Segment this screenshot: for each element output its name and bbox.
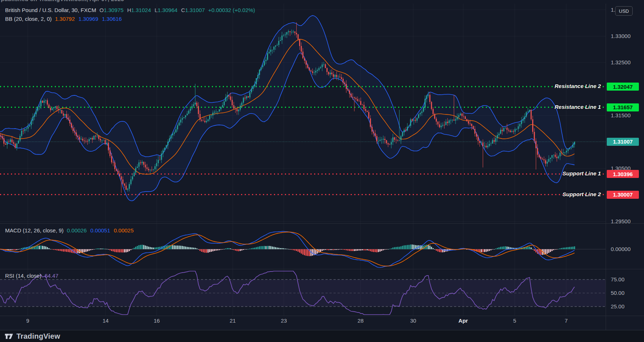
time-label-5: 5 bbox=[513, 318, 516, 324]
legend-value-key: H bbox=[127, 7, 131, 13]
price-axis-label: 25.00 bbox=[606, 303, 644, 309]
time-label-30: 30 bbox=[410, 318, 416, 324]
time-label-28: 28 bbox=[358, 318, 364, 324]
legend-value: C1.31007 bbox=[181, 7, 205, 13]
bb-legend-row: BB (20, close, 2, 0) 1.307921.309691.306… bbox=[5, 16, 122, 22]
level-label-resistance-line-1: Resistance Line 1 bbox=[555, 104, 601, 110]
legend-value-key: C bbox=[181, 7, 185, 13]
legend-value-num: 1.31007 bbox=[185, 7, 205, 13]
resistance-price-badge: 1.31657 bbox=[607, 103, 639, 111]
price-axis-label: 1.31500 bbox=[606, 112, 644, 118]
legend-value-key: L bbox=[155, 7, 157, 13]
legend-value: L1.30964 bbox=[155, 7, 178, 13]
legend-value: 1.30792 bbox=[55, 16, 75, 22]
tradingview-link[interactable]: TradingView bbox=[4, 332, 60, 341]
legend-value: O1.30975 bbox=[99, 7, 123, 13]
time-label-apr: Apr bbox=[458, 318, 468, 324]
time-label-21: 21 bbox=[230, 318, 236, 324]
price-axis-label: 50.00 bbox=[606, 290, 644, 296]
macd-legend-row: MACD (12, 26, close, 9) 0.000260.000510.… bbox=[5, 227, 134, 233]
price-axis-label: 1.32500 bbox=[606, 59, 644, 65]
ohlc-values: O1.30975H1.31024L1.30964C1.31007 bbox=[99, 7, 205, 13]
legend-value: 0.00025 bbox=[114, 227, 134, 233]
tradingview-logo-icon bbox=[4, 332, 14, 341]
change-value: +0.00032 (+0.02%) bbox=[208, 7, 255, 13]
price-axis-label: 75.00 bbox=[606, 276, 644, 282]
chart-canvas[interactable] bbox=[0, 0, 644, 342]
legend-value: 0.00026 bbox=[67, 227, 87, 233]
bb-values: 1.307921.309691.30616 bbox=[55, 16, 122, 22]
symbol-title[interactable]: British Pound / U.S. Dollar, 30, FXCM bbox=[5, 7, 96, 13]
support-price-badge: 1.30396 bbox=[607, 170, 639, 178]
price-axis[interactable]: 1.335001.330001.325001.315001.305001.295… bbox=[606, 0, 644, 330]
rsi-value: 64.47 bbox=[45, 273, 58, 279]
price-axis-label: 1.29500 bbox=[606, 218, 644, 224]
macd-values: 0.000260.000510.00025 bbox=[67, 227, 134, 233]
level-label-support-line-1: Support Line 1 bbox=[563, 170, 601, 176]
pane-separator-rsi[interactable] bbox=[0, 269, 644, 269]
legend-value-num: 1.30975 bbox=[104, 7, 123, 13]
resistance-price-badge: 1.32047 bbox=[607, 83, 639, 91]
time-label-7: 7 bbox=[565, 318, 568, 324]
tradingview-wordmark: TradingView bbox=[16, 332, 60, 341]
rsi-legend-row: RSI (14, close) 64.47 bbox=[5, 273, 58, 279]
time-label-23: 23 bbox=[281, 318, 287, 324]
symbol-legend-row: British Pound / U.S. Dollar, 30, FXCM O1… bbox=[5, 7, 255, 13]
time-axis-separator bbox=[0, 316, 644, 316]
legend-value-num: 1.30964 bbox=[158, 7, 178, 13]
legend-value: 0.00051 bbox=[90, 227, 110, 233]
time-label-16: 16 bbox=[154, 318, 160, 324]
level-label-support-line-2: Support Line 2 bbox=[563, 191, 601, 197]
price-axis-label: 0.00000 bbox=[606, 246, 644, 252]
chart-widget: published on TradingView.com, Apr 07, 20… bbox=[0, 0, 644, 342]
footer-bar: TradingView bbox=[0, 330, 644, 342]
level-label-resistance-line-2: Resistance Line 2 bbox=[555, 83, 601, 89]
legend-value-num: 1.31024 bbox=[131, 7, 151, 13]
currency-usd-button[interactable]: USD bbox=[615, 6, 633, 16]
rsi-title[interactable]: RSI (14, close) bbox=[5, 273, 41, 279]
last-price-badge: 1.31007 bbox=[607, 138, 639, 146]
pane-separator-macd[interactable] bbox=[0, 223, 644, 224]
time-label-9: 9 bbox=[26, 318, 29, 324]
legend-value-key: O bbox=[99, 7, 104, 13]
support-price-badge: 1.30007 bbox=[607, 191, 639, 199]
bb-title[interactable]: BB (20, close, 2, 0) bbox=[5, 16, 52, 22]
price-axis-label: 1.33000 bbox=[606, 33, 644, 39]
time-label-14: 14 bbox=[103, 318, 109, 324]
legend-value: 1.30616 bbox=[102, 16, 122, 22]
macd-title[interactable]: MACD (12, 26, close, 9) bbox=[5, 227, 64, 233]
legend-value: 1.30969 bbox=[79, 16, 98, 22]
legend-value: H1.31024 bbox=[127, 7, 151, 13]
